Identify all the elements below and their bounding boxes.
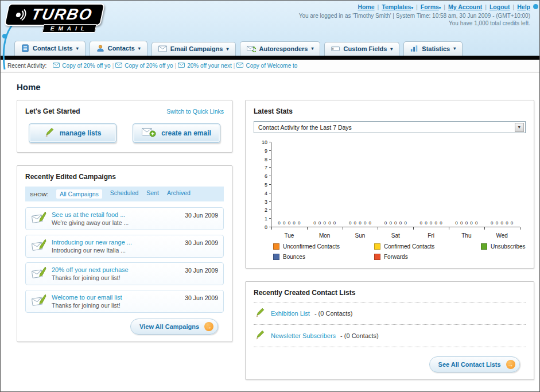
- top-nav-my-account[interactable]: My Account: [448, 3, 482, 10]
- top-nav-logout[interactable]: Logout: [490, 3, 510, 10]
- contact-list-item: Newsletter Subscribers- (0 Contacts): [254, 325, 526, 347]
- person-icon: [96, 44, 104, 52]
- pencil-icon: [44, 127, 55, 139]
- y-axis-label: 5: [254, 182, 267, 188]
- campaign-item: 20% off your next purchaseThanks for joi…: [25, 262, 224, 285]
- y-axis-label: 6: [254, 173, 267, 179]
- series-values: 0 0 0 0 0: [484, 220, 520, 226]
- series-values: 0 0 0 0 0: [378, 220, 413, 226]
- chevron-down-icon: ▾: [226, 46, 228, 52]
- y-axis-label: 4: [254, 191, 267, 196]
- contact-list-item: Exhibition List- (0 Contacts): [254, 302, 526, 325]
- tab-autoresponders[interactable]: Autoresponders▾: [240, 41, 321, 56]
- y-axis-label: 9: [254, 148, 267, 154]
- top-nav-forms[interactable]: Forms ▾: [421, 3, 441, 10]
- right-column: Latest Stats Contact Activity for the La…: [245, 100, 534, 392]
- envelope-add-icon: [142, 127, 156, 139]
- y-axis-label: 0: [254, 224, 267, 230]
- recent-activity-item[interactable]: Copy of 20% off yo: [53, 63, 110, 69]
- x-axis-label: Sun: [343, 232, 378, 239]
- create-an-email-button[interactable]: create an email: [133, 123, 220, 143]
- pencil-icon: [255, 330, 266, 341]
- campaign-title-link[interactable]: 20% off your next purchase: [52, 266, 180, 273]
- recent-activity-item[interactable]: Copy of 20% off yo: [115, 63, 173, 69]
- y-axis-label: 2: [254, 207, 267, 213]
- x-axis-label: Tue: [271, 232, 307, 239]
- chevron-down-icon: ▾: [311, 46, 313, 51]
- switch-quick-links-link[interactable]: Switch to Quick Links: [166, 108, 224, 115]
- campaign-item: Welcome to our email listThanks for join…: [25, 290, 224, 313]
- tab-email-campaigns[interactable]: Email Campaigns▾: [151, 42, 236, 56]
- tab-contacts[interactable]: Contacts▾: [90, 41, 147, 56]
- logo-subtitle: EMAIL: [42, 24, 96, 33]
- x-axis-label: Sat: [378, 232, 413, 239]
- get-started-panel: Let's Get Started Switch to Quick Links …: [17, 100, 232, 153]
- legend-forwards: Forwards: [374, 254, 479, 260]
- speaker-icon: [11, 7, 30, 22]
- app-window: TURBO EMAIL Home|Templates ▾|Forms ▾|My …: [0, 0, 540, 392]
- top-nav-home[interactable]: Home: [358, 3, 374, 10]
- tab-custom-fields[interactable]: Custom Fields▾: [324, 42, 399, 56]
- campaign-subtitle: Introducing our new Italia ...: [52, 247, 180, 254]
- series-values: 0 0 0 0 0: [413, 220, 449, 226]
- x-axis-label: Thu: [449, 232, 484, 239]
- recent-activity-label: Recent Activity:: [7, 63, 46, 69]
- recent-activity-item[interactable]: Copy of Welcome to: [236, 63, 297, 69]
- series-value-labels: 0 0 0 0 00 0 0 0 00 0 0 0 00 0 0 0 00 0 …: [271, 220, 520, 226]
- campaign-date: 30 Jun 2009: [185, 267, 218, 274]
- filter-scheduled[interactable]: Scheduled: [110, 189, 139, 199]
- envelope-icon: [115, 63, 122, 69]
- legend-swatch: [374, 254, 380, 260]
- filter-archived[interactable]: Archived: [167, 189, 191, 199]
- campaign-title-link[interactable]: See us at the retail food ...: [52, 211, 180, 218]
- legend-swatch: [374, 243, 380, 250]
- latest-stats-title: Latest Stats: [254, 107, 526, 115]
- chevron-down-icon: ▾: [138, 46, 141, 51]
- manage-lists-button[interactable]: manage lists: [29, 123, 116, 143]
- stats-period-value: Contact Activity for the Last 7 Days: [258, 124, 352, 131]
- campaign-subtitle: Thanks for joining our list!: [52, 274, 180, 281]
- arrow-right-icon: →: [204, 322, 213, 331]
- campaign-subtitle: We're giving away our late ...: [52, 219, 180, 226]
- y-axis-label: 7: [254, 165, 267, 170]
- autoresponder-icon: [247, 45, 256, 52]
- tab-statistics[interactable]: Statistics▾: [403, 41, 463, 56]
- recent-activity-bar: Recent Activity: Copy of 20% off yo|Copy…: [1, 60, 539, 73]
- filter-all-campaigns[interactable]: All Campaigns: [56, 189, 102, 199]
- legend-unconfirmed-contacts: Unconfirmed Contacts: [273, 243, 372, 250]
- campaign-filters: All CampaignsScheduledSentArchived: [56, 189, 191, 199]
- latest-stats-panel: Latest Stats Contact Activity for the La…: [245, 100, 534, 269]
- legend-unsubscribes: Unsubscribes: [481, 243, 526, 250]
- top-nav-help[interactable]: Help: [517, 3, 530, 10]
- recent-activity-items: Copy of 20% off yo|Copy of 20% off yo|20…: [51, 63, 299, 69]
- recent-activity-item[interactable]: 20% off your next: [178, 63, 232, 69]
- contact-list-link[interactable]: Exhibition List: [271, 310, 310, 317]
- chevron-down-icon: ▾: [453, 46, 456, 51]
- get-started-buttons: manage listscreate an email: [29, 123, 220, 143]
- top-nav: Home|Templates ▾|Forms ▾|My Account|Logo…: [299, 3, 530, 10]
- recent-campaigns-title: Recently Edited Campaigns: [25, 173, 224, 181]
- x-axis-labels: TueMonSunSatFriThuWed: [271, 232, 520, 239]
- top-nav-templates[interactable]: Templates ▾: [382, 3, 413, 10]
- stats-period-select[interactable]: Contact Activity for the Last 7 Days ▼: [254, 121, 526, 133]
- credits-info: You have 1,000 total credits left.: [299, 20, 530, 26]
- stats-icon: [410, 45, 418, 52]
- logo-title: TURBO: [30, 6, 95, 24]
- envelope-icon: [53, 63, 60, 69]
- y-axis-label: 8: [254, 157, 267, 162]
- tab-contact-lists[interactable]: Contact Lists▾: [14, 41, 86, 56]
- campaign-date: 30 Jun 2009: [185, 294, 218, 301]
- contact-list-link[interactable]: Newsletter Subscribers: [271, 332, 336, 339]
- y-axis-line: [271, 142, 271, 227]
- view-all-campaigns-button[interactable]: View All Campaigns →: [130, 319, 218, 335]
- campaign-title-link[interactable]: Introducing our new range ...: [52, 239, 180, 246]
- get-started-title: Let's Get Started: [25, 107, 80, 115]
- chevron-down-icon: ▼: [515, 123, 524, 132]
- legend-bounces: Bounces: [273, 254, 372, 260]
- x-axis-label: Fri: [413, 232, 449, 239]
- see-all-contact-lists-button[interactable]: See All Contact Lists →: [429, 356, 520, 372]
- contact-list-detail: - (0 Contacts): [314, 310, 353, 317]
- filter-sent[interactable]: Sent: [146, 189, 159, 199]
- campaign-title-link[interactable]: Welcome to our email list: [52, 294, 180, 301]
- contact-activity-chart: 0123456789100 0 0 0 00 0 0 0 00 0 0 0 00…: [254, 137, 526, 240]
